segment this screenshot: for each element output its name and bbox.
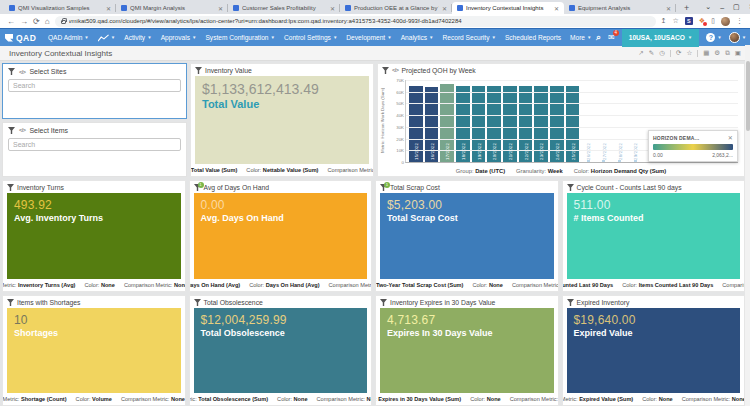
bar-label: 28/2022: [617, 143, 622, 160]
search-icon[interactable]: ⌕: [596, 32, 601, 43]
tab-close-icon[interactable]: ✕: [330, 5, 335, 12]
bar[interactable]: [602, 160, 605, 162]
nav-item-activity[interactable]: Activity▼: [120, 29, 156, 47]
tile-visual[interactable]: 493.92 Avg. Inventory Turns: [7, 193, 181, 279]
code-icon: </>: [19, 69, 25, 75]
export-icon[interactable]: ⧉: [725, 49, 730, 57]
page-scrollbar[interactable]: [745, 45, 750, 406]
y-axis-tick: 30K: [396, 124, 404, 129]
back-icon[interactable]: ←: [7, 17, 15, 26]
tile-visual[interactable]: $12,004,259.99 Total Obsolescence: [194, 308, 368, 393]
nav-item-more[interactable]: More▼: [566, 29, 597, 47]
scrollbar-thumb[interactable]: [746, 61, 750, 131]
mail-icon[interactable]: ✉4: [608, 33, 615, 42]
tile-visual[interactable]: 511.00 # Items Counted: [567, 193, 741, 279]
nav-item-analytics[interactable]: Analytics▼: [396, 29, 438, 47]
nav-item-record-security[interactable]: Record Security▼: [438, 29, 500, 47]
help-menu[interactable]: ?▼: [706, 33, 721, 42]
bar[interactable]: [587, 160, 590, 162]
url-bar[interactable]: vmikat509.qad.com/clouderp/#/view/analyt…: [55, 16, 656, 27]
filter-panel-select-items[interactable]: </> Select Items: [2, 122, 187, 178]
save-icon[interactable]: ▣: [735, 49, 741, 57]
new-tab-button[interactable]: +: [676, 2, 697, 14]
bar-label: 27/2022: [601, 143, 606, 160]
user-domain-selector[interactable]: 10USA, 10USACO▼: [622, 29, 700, 47]
nav-item-development[interactable]: Development▼: [342, 29, 396, 47]
divider: [697, 50, 698, 57]
nav-item-qad-admin[interactable]: QAD Admin▼: [43, 29, 93, 47]
qad-logo[interactable]: QAD: [5, 33, 36, 43]
chevron-down-icon: ▼: [192, 35, 196, 40]
filter-icon: [567, 299, 574, 306]
bookmark-star-icon[interactable]: ☆: [673, 17, 679, 25]
gridline: [406, 103, 738, 104]
chevron-down-icon: ▼: [84, 35, 88, 40]
share-icon[interactable]: ↗: [638, 49, 643, 57]
close-icon[interactable]: ✕: [728, 134, 733, 141]
bar[interactable]: [634, 160, 637, 162]
link-icon[interactable]: ✎: [649, 49, 654, 57]
browser-tab[interactable]: QMI Margin Analysis✕: [116, 2, 228, 14]
divider: [670, 50, 671, 57]
tab-favicon: [345, 5, 351, 11]
share-icon[interactable]: ↥: [661, 17, 667, 25]
tab-close-icon[interactable]: ✕: [666, 5, 671, 12]
filter-panel-select-sites[interactable]: </> Select Sites: [2, 63, 187, 119]
url-text: vmikat509.qad.com/clouderp/#/view/analyt…: [69, 18, 462, 24]
nav-item-system-configuration[interactable]: System Configuration▼: [201, 29, 280, 47]
home-icon[interactable]: ⌂: [45, 17, 50, 26]
filter-icon: [7, 184, 14, 191]
gridline: [406, 92, 738, 93]
bar-label: 29/2022: [633, 143, 638, 160]
browser-tab[interactable]: Production OEE at a Glance by W✕: [340, 2, 452, 14]
tile-footer: Metric: Total Obsolescence (Sum)Color: N…: [190, 393, 372, 405]
nav-item-chart[interactable]: ▼: [93, 29, 119, 47]
bar-label: 20/2022: [492, 143, 497, 160]
tile-visual[interactable]: $5,203.00 Total Scrap Cost: [380, 193, 554, 279]
tile-title: Expired Inventory: [577, 299, 630, 306]
browser-menu-icon[interactable]: ⋮: [736, 17, 743, 25]
history-icon[interactable]: ◷: [659, 49, 665, 57]
split-screen-icon[interactable]: ▯: [711, 17, 715, 25]
browser-tab[interactable]: Inventory Contextual Insights✕: [452, 2, 564, 14]
chart-legend[interactable]: HORIZON DEMA... ✕ 0.00 2,063,2...: [648, 130, 738, 162]
delete-icon[interactable]: ▦: [703, 49, 709, 57]
tab-close-icon[interactable]: ✕: [106, 5, 111, 12]
tile-visual[interactable]: 0.00 Avg. Days On Hand: [194, 193, 368, 279]
browser-tab[interactable]: QMI Visualization Samples✕: [4, 2, 116, 14]
select-sites-search-input[interactable]: [8, 79, 181, 92]
extension-badged-icon[interactable]: ❖: [699, 17, 705, 25]
minimize-icon[interactable]: –: [720, 4, 724, 11]
tab-close-icon[interactable]: ✕: [554, 5, 559, 12]
forward-icon[interactable]: →: [20, 17, 28, 26]
tab-search-icon[interactable]: ⌄: [705, 3, 711, 11]
nav-item-approvals[interactable]: Approvals▼: [156, 29, 201, 47]
browser-tab[interactable]: Customer Sales Profitability✕: [228, 2, 340, 14]
tab-close-icon[interactable]: ✕: [218, 5, 223, 12]
bar-label: 15/2022: [413, 143, 418, 160]
tile-title: Inventory Value: [205, 67, 252, 74]
bar-label: 16/2022: [429, 143, 434, 160]
favorite-icon[interactable]: ☆: [686, 49, 692, 57]
extension-s-icon[interactable]: S: [685, 17, 693, 25]
analytics-chart-icon: [98, 34, 109, 42]
tile-visual[interactable]: $19,640.00 Expired Value: [567, 308, 741, 393]
refresh-icon[interactable]: ⟳: [676, 49, 681, 57]
browser-profile-avatar[interactable]: [721, 17, 730, 26]
tile-visual[interactable]: 10 Shortages: [7, 308, 181, 393]
select-items-search-input[interactable]: [8, 138, 181, 151]
bar-label: 19/2022: [476, 143, 481, 160]
tile-visual[interactable]: $1,133,612,413.49 Total Value: [195, 76, 369, 164]
profile-menu[interactable]: ▼: [729, 32, 746, 43]
reload-icon[interactable]: ⟳: [33, 17, 40, 26]
nav-item-control-settings[interactable]: Control Settings▼: [279, 29, 341, 47]
tab-close-icon[interactable]: ✕: [442, 5, 447, 12]
browser-tab[interactable]: Equipment Analysis✕: [564, 2, 676, 14]
tile-visual[interactable]: 4,713.67 Expires In 30 Days Value: [380, 308, 554, 393]
maximize-icon[interactable]: ▢: [733, 3, 740, 11]
chevron-down-icon: ▼: [333, 35, 337, 40]
settings-icon[interactable]: ⚙: [714, 49, 720, 57]
bar[interactable]: [618, 160, 621, 162]
filter-icon: [8, 68, 15, 75]
nav-item-scheduled-reports[interactable]: Scheduled Reports: [500, 29, 565, 47]
